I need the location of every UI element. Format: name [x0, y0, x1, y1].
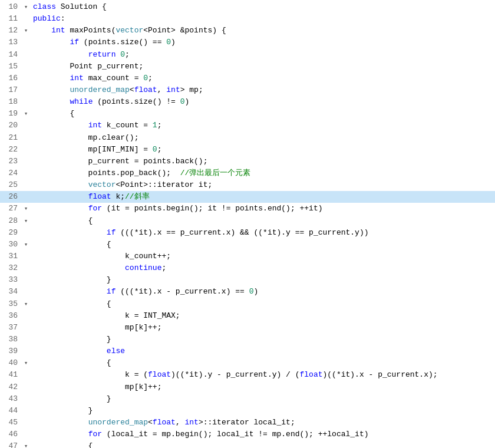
line-number: 21: [0, 132, 21, 144]
code-token: }: [33, 335, 111, 344]
code-token: float: [153, 418, 176, 427]
line-number: 13: [0, 37, 21, 48]
code-token: 0: [143, 74, 148, 83]
line-content: {: [31, 108, 495, 120]
code-token: maxPoints(: [65, 26, 116, 35]
line-content: }: [31, 393, 495, 405]
code-token: points.pop_back();: [33, 169, 180, 177]
line-number: 18: [0, 96, 21, 108]
code-token: 0: [249, 287, 254, 296]
line-content: {: [31, 215, 495, 227]
code-token: [33, 38, 70, 47]
line-content: Point p_current;: [31, 61, 495, 73]
code-token: {: [33, 442, 93, 448]
code-line: 32 continue;: [0, 262, 495, 274]
code-line: 15 Point p_current;: [0, 61, 495, 73]
code-token: float: [88, 192, 111, 201]
line-number: 14: [0, 49, 21, 61]
fold-arrow[interactable]: ▾: [21, 299, 31, 309]
line-number: 28: [0, 215, 21, 227]
fold-arrow[interactable]: ▾: [21, 442, 31, 448]
code-token: {: [33, 299, 111, 308]
code-line: 10▾class Solution {: [0, 1, 495, 13]
code-token: <: [148, 418, 153, 427]
line-number: 31: [0, 251, 21, 262]
code-line: 13 if (points.size() == 0): [0, 37, 495, 48]
code-token: (points.size() !=: [93, 97, 180, 106]
code-line: 38 }: [0, 334, 495, 345]
code-token: [33, 97, 70, 106]
line-number: 29: [0, 227, 21, 239]
code-token: > mp;: [180, 85, 203, 94]
code-token: int: [184, 418, 198, 427]
code-token: (points.size() ==: [79, 38, 166, 47]
code-token: vector: [88, 180, 116, 189]
line-number: 20: [0, 120, 21, 131]
code-token: mp[INT_MIN] =: [33, 145, 153, 154]
line-content: mp[k]++;: [31, 381, 495, 393]
fold-arrow[interactable]: ▾: [21, 204, 31, 214]
code-line: 27▾ for (it = points.begin(); it != poin…: [0, 203, 495, 215]
code-line: 24 points.pop_back(); //弹出最后一个元素: [0, 167, 495, 179]
line-content: for (local_it = mp.begin(); local_it != …: [31, 429, 495, 440]
code-token: [33, 287, 107, 296]
code-token: vector: [116, 26, 143, 35]
code-token: mp[k]++;: [33, 383, 161, 391]
code-token: mp[k]++;: [33, 323, 161, 332]
code-line: 17 unordered_map<float, int> mp;: [0, 84, 495, 96]
code-line: 16 int max_count = 0;: [0, 73, 495, 84]
line-content: public:: [31, 13, 495, 25]
line-content: return 0;: [31, 49, 495, 61]
line-number: 40: [0, 357, 21, 369]
code-token: [33, 228, 107, 237]
line-number: 36: [0, 310, 21, 322]
fold-arrow[interactable]: ▾: [21, 216, 31, 226]
line-number: 12: [0, 25, 21, 37]
code-token: class: [33, 2, 56, 11]
code-token: ;: [125, 50, 130, 59]
code-token: (((*it).x == p_current.x) && ((*it).y ==…: [116, 228, 368, 237]
fold-arrow[interactable]: ▾: [21, 240, 31, 250]
line-content: mp.clear();: [31, 132, 495, 144]
code-token: if: [107, 228, 116, 237]
fold-arrow[interactable]: ▾: [21, 2, 31, 12]
line-content: continue;: [31, 262, 495, 274]
code-token: unordered_map: [88, 418, 148, 427]
fold-arrow[interactable]: ▾: [21, 26, 31, 36]
line-content: mp[INT_MIN] = 0;: [31, 144, 495, 156]
code-token: Point p_current;: [33, 62, 143, 71]
line-number: 17: [0, 84, 21, 96]
code-token: for: [88, 204, 102, 213]
line-number: 15: [0, 61, 21, 73]
code-token: [33, 347, 107, 355]
code-line: 43 }: [0, 393, 495, 405]
code-token: int: [166, 85, 180, 94]
line-content: unordered_map<float, int> mp;: [31, 84, 495, 96]
line-number: 44: [0, 405, 21, 417]
code-token: k;: [111, 192, 125, 201]
line-content: k = INT_MAX;: [31, 310, 495, 322]
line-number: 32: [0, 262, 21, 274]
code-token: :: [61, 14, 65, 23]
code-token: while: [70, 97, 93, 106]
code-token: return: [88, 50, 116, 59]
code-token: {: [33, 216, 93, 225]
fold-arrow[interactable]: ▾: [21, 109, 31, 119]
code-editor: 10▾class Solution {11public:12▾ int maxP…: [0, 0, 495, 448]
code-token: ;: [157, 121, 162, 130]
code-token: [33, 180, 88, 189]
code-token: [33, 430, 88, 439]
line-content: unordered_map<float, int>::iterator loca…: [31, 417, 495, 429]
code-line: 25 vector<Point>::iterator it;: [0, 179, 495, 191]
code-token: //斜率: [125, 192, 150, 201]
code-token: 0: [166, 38, 171, 47]
line-content: if (points.size() == 0): [31, 37, 495, 48]
line-number: 22: [0, 144, 21, 156]
code-line: 12▾ int maxPoints(vector<Point> &points)…: [0, 25, 495, 37]
code-line: 31 k_count++;: [0, 251, 495, 262]
line-number: 19: [0, 108, 21, 120]
fold-arrow[interactable]: ▾: [21, 358, 31, 368]
code-token: ;: [157, 145, 162, 154]
code-line: 29 if (((*it).x == p_current.x) && ((*it…: [0, 227, 495, 239]
code-token: k = INT_MAX;: [33, 311, 180, 320]
